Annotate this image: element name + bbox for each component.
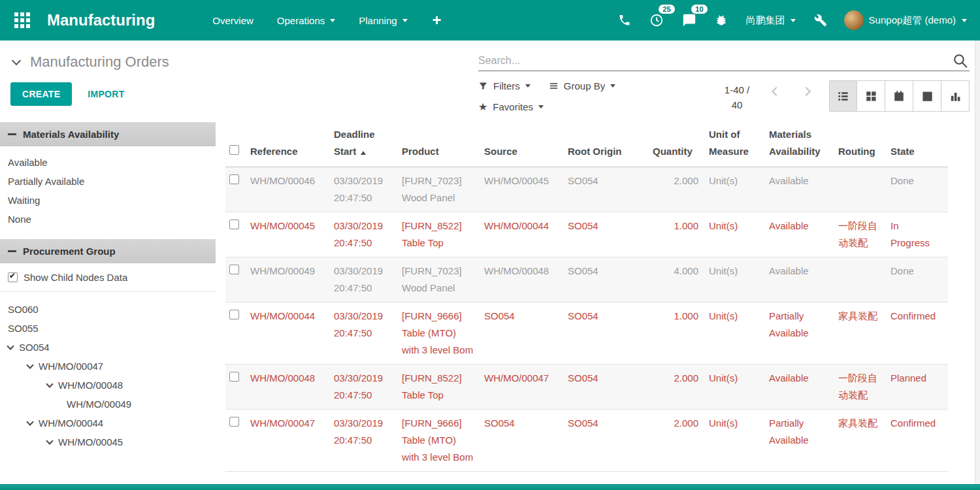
search-magnifier-icon[interactable] — [952, 52, 968, 71]
kanban-view-button[interactable] — [857, 80, 885, 112]
cell-quantity: 1.000 — [653, 212, 709, 257]
tree-item-label: WH/MO/00049 — [67, 399, 131, 410]
section-procurement-group[interactable]: Procurement Group — [0, 239, 216, 263]
row-checkbox[interactable] — [229, 372, 239, 382]
col-deadline-start[interactable]: Deadline Start — [334, 122, 402, 167]
pivot-view-button[interactable] — [913, 80, 941, 112]
plus-icon[interactable]: + — [419, 11, 455, 29]
cell-routing: 家具装配 — [838, 410, 890, 472]
chevron-down-icon[interactable] — [46, 437, 53, 444]
row-checkbox[interactable] — [229, 265, 239, 274]
table-row[interactable]: WH/MO/0004703/30/2019 20:47:50[FURN_9666… — [225, 410, 948, 472]
col-unit-of-measure[interactable]: Unit of Measure — [709, 122, 769, 167]
vertical-scrollbar[interactable] — [975, 41, 980, 484]
filter-item[interactable]: Partially Available — [0, 172, 216, 191]
tree-item-label: SO060 — [8, 304, 39, 315]
chevron-down-icon[interactable] — [46, 380, 53, 387]
chevron-down-icon — [791, 19, 796, 22]
activities-clock-icon[interactable]: 25 — [640, 13, 673, 27]
pager-previous-icon[interactable] — [772, 87, 781, 96]
star-icon: ★ — [478, 101, 487, 113]
bottom-edge-bar — [0, 484, 980, 490]
favorites-menu[interactable]: ★ Favorites — [478, 101, 544, 113]
col-quantity[interactable]: Quantity — [653, 122, 709, 167]
menu-operations[interactable]: Operations — [265, 0, 347, 41]
cell-deadline: 03/30/2019 20:47:50 — [334, 302, 402, 365]
tree-item[interactable]: SO054 — [0, 338, 216, 357]
table-row[interactable]: WH/MO/0004503/30/2019 20:47:50[FURN_8522… — [225, 212, 948, 257]
table-row[interactable]: WH/MO/0004903/30/2019 20:47:50[FURN_7023… — [225, 257, 948, 302]
menu-planning[interactable]: Planning — [347, 0, 419, 41]
control-panel: Manufacturing Orders CREATE IMPORT Filte… — [0, 41, 980, 114]
apps-grid-icon[interactable] — [14, 12, 30, 28]
calendar-view-button[interactable] — [885, 80, 913, 112]
select-all-cell — [225, 122, 250, 167]
col-root-origin[interactable]: Root Origin — [568, 122, 653, 167]
create-button[interactable]: CREATE — [10, 82, 72, 106]
cell-root_origin: SO054 — [568, 212, 653, 257]
cell-uom: Unit(s) — [709, 212, 769, 257]
group-by-menu[interactable]: Group By — [549, 80, 615, 91]
table-row[interactable]: WH/MO/0004603/30/2019 20:47:50[FURN_7023… — [225, 167, 948, 212]
row-checkbox[interactable] — [229, 220, 239, 229]
table-header-row: Reference Deadline Start Product Source … — [225, 122, 948, 167]
cell-state: Planned — [890, 365, 948, 410]
col-source[interactable]: Source — [484, 122, 568, 167]
row-checkbox[interactable] — [229, 310, 239, 319]
show-child-nodes-checkbox[interactable] — [8, 272, 18, 282]
tree-item[interactable]: SO060 — [0, 300, 216, 319]
tree-item-label: SO054 — [19, 342, 50, 353]
bars-icon — [549, 81, 559, 91]
col-product[interactable]: Product — [402, 122, 484, 167]
filter-item[interactable]: Available — [0, 153, 216, 172]
import-button[interactable]: IMPORT — [88, 89, 124, 99]
col-materials-availability[interactable]: Materials Availability — [769, 122, 838, 167]
pager-next-icon[interactable] — [802, 87, 811, 96]
filters-menu[interactable]: Filters — [478, 80, 531, 91]
chevron-down-icon — [610, 84, 615, 88]
row-checkbox[interactable] — [229, 174, 239, 184]
tree-item[interactable]: WH/MO/00044 — [0, 414, 216, 433]
col-routing[interactable]: Routing — [838, 122, 890, 167]
chevron-down-icon[interactable] — [7, 342, 14, 350]
tree-item[interactable]: WH/MO/00049 — [0, 395, 216, 414]
search-input[interactable] — [478, 51, 946, 71]
cell-source: WH/MO/00048 — [484, 257, 568, 302]
tools-wrench-icon[interactable] — [805, 14, 836, 27]
col-reference[interactable]: Reference — [250, 122, 334, 167]
table-row[interactable]: WH/MO/0004803/30/2019 20:47:50[FURN_8522… — [225, 365, 948, 410]
row-checkbox[interactable] — [229, 417, 239, 427]
messages-chat-icon[interactable]: 10 — [673, 13, 706, 27]
user-menu[interactable]: Sunpop超管 (demo) — [869, 14, 973, 27]
user-avatar[interactable] — [844, 10, 864, 30]
app-title[interactable]: Manufacturing — [47, 11, 155, 29]
collapse-chevron-icon[interactable] — [12, 56, 21, 65]
chevron-down-icon[interactable] — [26, 418, 33, 425]
cell-product: [FURN_7023] Wood Panel — [402, 167, 484, 212]
menu-overview[interactable]: Overview — [201, 0, 265, 41]
phone-icon[interactable] — [609, 14, 640, 27]
section-materials-availability[interactable]: Materials Availability — [0, 122, 216, 146]
orders-table-body: WH/MO/0004603/30/2019 20:47:50[FURN_7023… — [225, 167, 948, 472]
bug-icon[interactable] — [706, 14, 737, 27]
col-state[interactable]: State — [890, 122, 948, 167]
search-panel-sidebar: Materials Availability AvailablePartiall… — [0, 122, 216, 472]
tree-item-label: WH/MO/00047 — [39, 361, 103, 372]
list-view-button[interactable] — [829, 80, 857, 112]
column-label: Unit of Measure — [709, 129, 749, 157]
tree-item[interactable]: WH/MO/00048 — [0, 376, 216, 395]
section-title: Materials Availability — [23, 129, 119, 140]
graph-view-button[interactable] — [941, 80, 970, 112]
show-child-nodes-toggle[interactable]: Show Child Nodes Data — [0, 263, 216, 292]
cell-routing — [838, 257, 890, 302]
filter-item[interactable]: None — [0, 210, 216, 229]
table-row[interactable]: WH/MO/0004403/30/2019 20:47:50[FURN_9666… — [225, 302, 948, 365]
tree-item[interactable]: WH/MO/00045 — [0, 433, 216, 451]
tree-item[interactable]: WH/MO/00047 — [0, 357, 216, 376]
select-all-checkbox[interactable] — [229, 145, 239, 155]
company-switcher[interactable]: 尚鹏集团 — [737, 14, 805, 27]
chevron-down-icon[interactable] — [26, 361, 33, 368]
filter-item[interactable]: Waiting — [0, 191, 216, 210]
cell-routing: 一阶段自动装配 — [838, 365, 890, 410]
tree-item[interactable]: SO055 — [0, 319, 216, 338]
